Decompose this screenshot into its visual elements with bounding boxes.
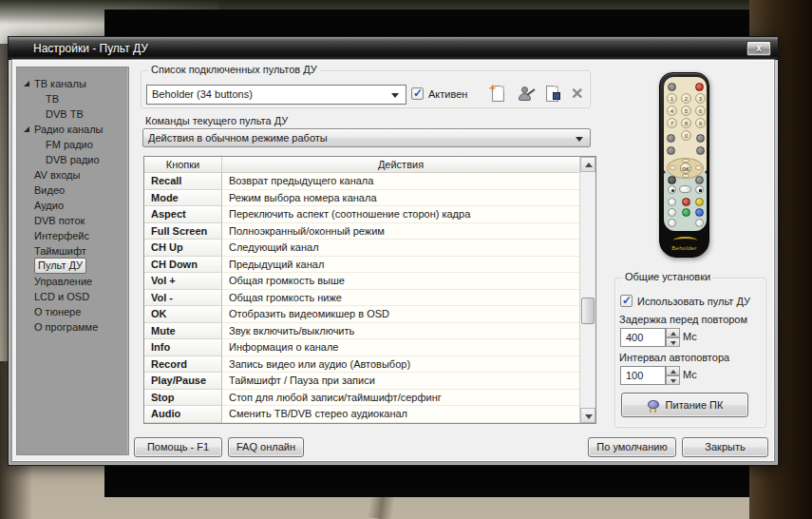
remote-key-cell[interactable]: Full Screen: [144, 223, 222, 240]
remote-digit-key: 9: [695, 118, 706, 128]
scrollbar-thumb[interactable]: [581, 298, 595, 324]
active-checkbox[interactable]: [411, 87, 424, 100]
learn-remote-button[interactable]: [516, 84, 537, 105]
table-scrollbar[interactable]: [579, 157, 595, 423]
table-row[interactable]: Play/PauseТаймшифт / Пауза при записи: [144, 373, 579, 390]
table-row[interactable]: CH DownПредыдущий канал: [144, 257, 579, 274]
delete-remote-button[interactable]: ✕: [568, 84, 589, 105]
sidebar-item-remote-control[interactable]: Пульт ДУ: [17, 259, 128, 274]
faq-online-button[interactable]: FAQ онлайн: [228, 437, 304, 457]
sidebar-item-tv-channels[interactable]: ТВ каналы: [17, 76, 128, 91]
sidebar-item-about-program[interactable]: О программе: [17, 319, 128, 335]
action-cell[interactable]: Возврат предыдущего канала: [222, 173, 579, 190]
title-bar[interactable]: Настройки - Пульт ДУ x: [9, 37, 778, 60]
table-columns: Кнопки Действия RecallВозврат предыдущег…: [144, 157, 579, 423]
remote-key-cell[interactable]: Aspect: [144, 206, 222, 223]
action-cell[interactable]: Предыдущий канал: [222, 257, 579, 274]
sidebar-item-audio[interactable]: Аудио: [17, 198, 128, 213]
header-buttons[interactable]: Кнопки: [144, 157, 222, 172]
sidebar-item-control[interactable]: Управление: [17, 274, 128, 289]
sidebar-item-lcd-osd[interactable]: LCD и OSD: [17, 289, 128, 304]
help-button[interactable]: Помощь - F1: [134, 437, 222, 457]
spin-up-button[interactable]: [666, 366, 680, 375]
action-cell[interactable]: Таймшифт / Пауза при записи: [222, 373, 579, 390]
floppy-icon: [553, 92, 560, 100]
action-cell[interactable]: Общая громкость ниже: [222, 290, 579, 307]
remote-key-cell[interactable]: OK: [144, 306, 222, 323]
sidebar-item-dvb-radio[interactable]: DVB радио: [17, 152, 128, 167]
sidebar-item-radio-channels[interactable]: Радио каналы: [17, 122, 128, 137]
sidebar-item-dvb-stream[interactable]: DVB поток: [17, 213, 128, 228]
remote-key-cell[interactable]: CH Up: [144, 240, 222, 257]
action-cell[interactable]: Стоп для любой записи/таймшифт/серфинг: [222, 390, 579, 407]
sidebar-item-label: Аудио: [34, 198, 64, 213]
action-cell[interactable]: Переключить аспект (соотношение сторон) …: [222, 206, 579, 223]
scroll-up-button[interactable]: [580, 157, 595, 172]
table-row[interactable]: AspectПереключить аспект (соотношение ст…: [144, 206, 579, 223]
action-cell[interactable]: Режим выбора номера канала: [222, 190, 579, 207]
spin-up-button[interactable]: [666, 328, 680, 337]
table-row[interactable]: RecordЗапись видео или аудио (Автовыбор): [144, 356, 579, 374]
close-window-button[interactable]: x: [746, 41, 771, 56]
remote-key-cell[interactable]: CH Down: [144, 257, 222, 274]
action-cell[interactable]: Следующий канал: [222, 240, 579, 257]
remote-key-cell[interactable]: Mute: [144, 323, 222, 340]
command-mode-combobox[interactable]: Действия в обычном режиме работы: [142, 128, 591, 147]
action-cell[interactable]: Отобразить видеомикшер в OSD: [222, 306, 579, 323]
sidebar-item-label: DVB радио: [46, 152, 100, 167]
table-row[interactable]: Vol +Общая громкость выше: [144, 273, 579, 290]
scroll-down-button[interactable]: [580, 408, 595, 423]
table-row[interactable]: OKОтобразить видеомикшер в OSD: [144, 306, 579, 323]
table-row[interactable]: ModeРежим выбора номера канала: [144, 190, 579, 207]
table-row[interactable]: RecallВозврат предыдущего канала: [144, 173, 579, 190]
table-row[interactable]: AudioСменить ТВ/DVB стерео аудиоканал: [144, 406, 579, 423]
action-cell[interactable]: Информация о канале: [222, 339, 579, 356]
spin-down-button[interactable]: [666, 375, 680, 385]
sidebar-item-av-inputs[interactable]: AV входы: [17, 167, 128, 183]
table-row[interactable]: InfoИнформация о канале: [144, 339, 579, 356]
action-cell[interactable]: Общая громкость выше: [222, 273, 579, 290]
sidebar-item-video[interactable]: Видео: [17, 183, 128, 198]
table-row[interactable]: Vol -Общая громкость ниже: [144, 290, 579, 307]
pc-power-button[interactable]: Питание ПК: [621, 393, 748, 417]
new-remote-button[interactable]: +: [488, 84, 509, 105]
remote-key-cell[interactable]: Recall: [144, 173, 222, 190]
table-row[interactable]: StopСтоп для любой записи/таймшифт/серфи…: [144, 390, 579, 407]
sidebar-item-timeshift[interactable]: Таймшифт: [17, 243, 128, 259]
action-cell[interactable]: Звук включить/выключить: [222, 323, 579, 340]
remote-key-cell[interactable]: Info: [144, 339, 222, 356]
repeat-delay-input[interactable]: 400: [620, 328, 666, 347]
remote-select-combobox[interactable]: Beholder (34 buttons): [146, 85, 406, 105]
sidebar-item-fm-radio[interactable]: FM радио: [17, 137, 128, 152]
expander-icon[interactable]: [24, 126, 29, 132]
chevron-down-icon: [576, 137, 583, 142]
save-remote-button[interactable]: [542, 84, 563, 105]
repeat-interval-input[interactable]: 100: [620, 366, 666, 385]
expander-icon[interactable]: [24, 81, 29, 86]
sidebar-item-about-tuner[interactable]: О тюнере: [17, 304, 128, 319]
action-cell[interactable]: Полноэкранный/оконный режим: [222, 223, 579, 240]
spin-down-button[interactable]: [666, 337, 680, 347]
remote-key-cell[interactable]: Stop: [144, 390, 222, 407]
table-row[interactable]: CH UpСледующий канал: [144, 240, 579, 257]
use-remote-checkbox[interactable]: [620, 295, 633, 307]
remote-key-cell[interactable]: Audio: [144, 406, 222, 423]
remote-key-cell[interactable]: Vol +: [144, 273, 222, 290]
remote-key-cell[interactable]: Mode: [144, 190, 222, 207]
action-cell[interactable]: Запись видео или аудио (Автовыбор): [222, 356, 579, 374]
sidebar-item-tv[interactable]: ТВ: [17, 91, 128, 106]
remote-key-cell[interactable]: Record: [144, 356, 222, 374]
header-actions[interactable]: Действия: [222, 157, 579, 172]
remote-key-cell[interactable]: Vol -: [144, 290, 222, 307]
sidebar-item-dvb-tv[interactable]: DVB ТВ: [17, 106, 128, 122]
remote-key-cell[interactable]: Play/Pause: [144, 373, 222, 390]
action-cell[interactable]: Сменить ТВ/DVB стерео аудиоканал: [222, 406, 579, 423]
table-row[interactable]: MuteЗвук включить/выключить: [144, 323, 579, 340]
close-dialog-button[interactable]: Закрыть: [682, 437, 768, 457]
remote-surround-key: [695, 219, 704, 227]
sidebar-item-label: Видео: [34, 183, 65, 198]
table-row[interactable]: Full ScreenПолноэкранный/оконный режим: [144, 223, 579, 240]
sidebar-item-interface[interactable]: Интерфейс: [17, 228, 128, 243]
delete-x-icon: ✕: [571, 85, 583, 103]
defaults-button[interactable]: По умолчанию: [588, 437, 676, 457]
